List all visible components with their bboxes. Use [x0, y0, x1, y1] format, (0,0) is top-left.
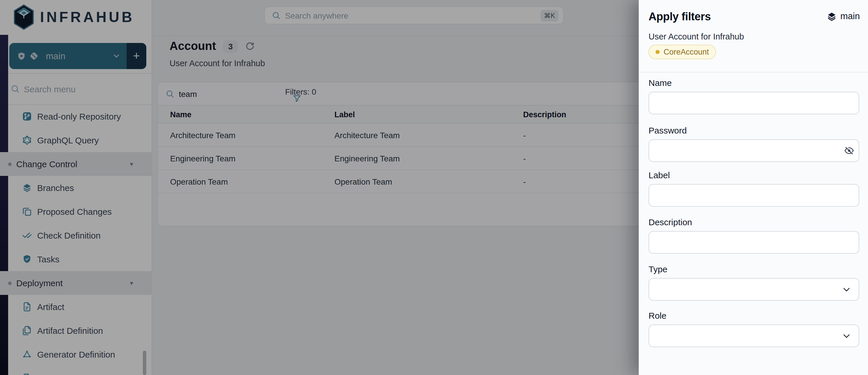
badge-dot-icon — [655, 50, 659, 54]
layers-icon — [827, 11, 837, 21]
badge-label: CoreAccount — [663, 48, 709, 56]
field-type: Type — [649, 264, 859, 301]
name-input[interactable] — [649, 92, 859, 114]
password-input[interactable] — [649, 139, 859, 162]
drawer-title: Apply filters — [649, 10, 711, 23]
drawer-branch-label: main — [840, 11, 860, 22]
chevron-down-icon — [841, 284, 852, 295]
eye-off-icon — [844, 146, 854, 156]
description-label: Description — [649, 217, 859, 227]
label-label: Label — [649, 170, 859, 180]
drawer-subtitle: User Account for Infrahub — [649, 32, 744, 41]
kind-badge: CoreAccount — [649, 45, 716, 59]
field-label: Label — [649, 170, 859, 207]
type-select[interactable] — [649, 278, 859, 301]
description-input[interactable] — [649, 231, 859, 254]
drawer-branch-indicator[interactable]: main — [827, 11, 860, 22]
password-label: Password — [649, 125, 859, 135]
type-label: Type — [649, 264, 859, 274]
chevron-down-icon — [841, 331, 852, 341]
field-description: Description — [649, 217, 859, 254]
field-name: Name — [649, 78, 859, 114]
field-password: Password — [649, 125, 859, 162]
divider — [639, 72, 868, 72]
toggle-password-visibility-button[interactable] — [844, 146, 854, 156]
field-role: Role — [649, 311, 859, 347]
name-label: Name — [649, 78, 859, 88]
role-select[interactable] — [649, 324, 859, 347]
role-label: Role — [649, 311, 859, 320]
app-window: INFRAHUB main + — [0, 0, 868, 375]
filters-drawer: Apply filters main User Account for Infr… — [639, 0, 868, 375]
label-input[interactable] — [649, 184, 859, 207]
